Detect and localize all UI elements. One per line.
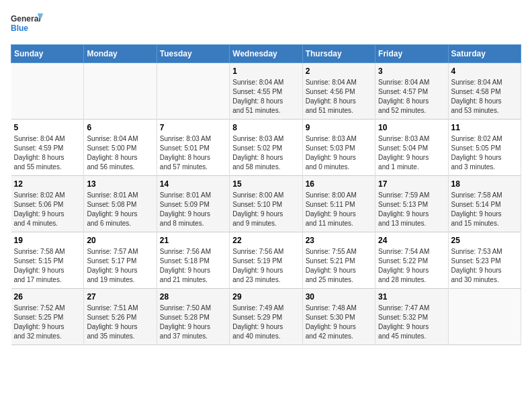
calendar-week-row: 1Sunrise: 8:04 AM Sunset: 4:55 PM Daylig… xyxy=(11,63,521,120)
empty-day-cell xyxy=(448,289,521,345)
calendar-day-17: 17Sunrise: 7:59 AM Sunset: 5:13 PM Dayli… xyxy=(375,176,448,232)
day-info: Sunrise: 8:04 AM Sunset: 4:59 PM Dayligh… xyxy=(14,134,81,172)
calendar-day-11: 11Sunrise: 8:02 AM Sunset: 5:05 PM Dayli… xyxy=(448,120,521,176)
calendar-table: SundayMondayTuesdayWednesdayThursdayFrid… xyxy=(11,44,521,345)
day-info: Sunrise: 8:00 AM Sunset: 5:11 PM Dayligh… xyxy=(306,191,372,228)
day-info: Sunrise: 8:03 AM Sunset: 5:04 PM Dayligh… xyxy=(378,134,445,172)
day-info: Sunrise: 8:03 AM Sunset: 5:01 PM Dayligh… xyxy=(160,134,226,172)
calendar-day-9: 9Sunrise: 8:03 AM Sunset: 5:03 PM Daylig… xyxy=(302,120,375,176)
calendar-day-3: 3Sunrise: 8:04 AM Sunset: 4:57 PM Daylig… xyxy=(375,63,448,120)
calendar-day-4: 4Sunrise: 8:04 AM Sunset: 4:58 PM Daylig… xyxy=(448,63,521,120)
calendar-day-13: 13Sunrise: 8:01 AM Sunset: 5:08 PM Dayli… xyxy=(84,176,157,232)
day-number: 9 xyxy=(306,123,372,132)
day-info: Sunrise: 8:04 AM Sunset: 4:58 PM Dayligh… xyxy=(451,78,518,116)
calendar-day-8: 8Sunrise: 8:03 AM Sunset: 5:02 PM Daylig… xyxy=(230,120,302,176)
day-number: 1 xyxy=(232,66,299,76)
day-number: 5 xyxy=(14,123,81,132)
day-info: Sunrise: 8:04 AM Sunset: 5:00 PM Dayligh… xyxy=(87,134,153,172)
day-info: Sunrise: 8:01 AM Sunset: 5:08 PM Dayligh… xyxy=(87,191,153,228)
calendar-day-22: 22Sunrise: 7:56 AM Sunset: 5:19 PM Dayli… xyxy=(230,232,302,289)
empty-day-cell xyxy=(157,63,229,120)
day-number: 11 xyxy=(451,123,518,132)
day-number: 12 xyxy=(14,179,81,189)
day-number: 17 xyxy=(378,179,445,189)
empty-day-cell xyxy=(11,63,84,120)
day-number: 30 xyxy=(306,292,372,302)
calendar-day-27: 27Sunrise: 7:51 AM Sunset: 5:26 PM Dayli… xyxy=(84,289,157,345)
calendar-day-29: 29Sunrise: 7:49 AM Sunset: 5:29 PM Dayli… xyxy=(230,289,302,345)
day-number: 10 xyxy=(378,123,445,132)
day-info: Sunrise: 8:02 AM Sunset: 5:06 PM Dayligh… xyxy=(14,191,81,228)
day-info: Sunrise: 7:57 AM Sunset: 5:17 PM Dayligh… xyxy=(87,247,153,285)
day-number: 13 xyxy=(87,179,153,189)
empty-day-cell xyxy=(84,63,157,120)
day-info: Sunrise: 7:47 AM Sunset: 5:32 PM Dayligh… xyxy=(378,304,445,341)
calendar-day-26: 26Sunrise: 7:52 AM Sunset: 5:25 PM Dayli… xyxy=(11,289,84,345)
calendar-day-10: 10Sunrise: 8:03 AM Sunset: 5:04 PM Dayli… xyxy=(375,120,448,176)
day-number: 31 xyxy=(378,292,445,302)
day-number: 7 xyxy=(160,123,226,132)
day-info: Sunrise: 7:54 AM Sunset: 5:22 PM Dayligh… xyxy=(378,247,445,285)
day-number: 6 xyxy=(87,123,153,132)
day-info: Sunrise: 7:48 AM Sunset: 5:30 PM Dayligh… xyxy=(306,304,372,341)
day-info: Sunrise: 7:53 AM Sunset: 5:23 PM Dayligh… xyxy=(451,247,518,285)
svg-text:Blue: Blue xyxy=(11,24,28,33)
day-info: Sunrise: 7:50 AM Sunset: 5:28 PM Dayligh… xyxy=(160,304,226,341)
day-info: Sunrise: 8:03 AM Sunset: 5:02 PM Dayligh… xyxy=(232,134,299,172)
calendar-day-20: 20Sunrise: 7:57 AM Sunset: 5:17 PM Dayli… xyxy=(84,232,157,289)
day-number: 14 xyxy=(160,179,226,189)
weekday-header-friday: Friday xyxy=(375,45,448,63)
day-info: Sunrise: 7:52 AM Sunset: 5:25 PM Dayligh… xyxy=(14,304,81,341)
day-info: Sunrise: 8:04 AM Sunset: 4:56 PM Dayligh… xyxy=(306,78,372,116)
day-number: 26 xyxy=(14,292,81,302)
calendar-day-24: 24Sunrise: 7:54 AM Sunset: 5:22 PM Dayli… xyxy=(375,232,448,289)
page-header: General Blue xyxy=(11,11,521,38)
day-number: 29 xyxy=(232,292,299,302)
day-info: Sunrise: 7:59 AM Sunset: 5:13 PM Dayligh… xyxy=(378,191,445,228)
calendar-day-5: 5Sunrise: 8:04 AM Sunset: 4:59 PM Daylig… xyxy=(11,120,84,176)
day-number: 21 xyxy=(160,236,226,245)
weekday-header-row: SundayMondayTuesdayWednesdayThursdayFrid… xyxy=(11,45,521,63)
calendar-day-23: 23Sunrise: 7:55 AM Sunset: 5:21 PM Dayli… xyxy=(302,232,375,289)
svg-text:General: General xyxy=(11,14,41,24)
calendar-day-12: 12Sunrise: 8:02 AM Sunset: 5:06 PM Dayli… xyxy=(11,176,84,232)
weekday-header-tuesday: Tuesday xyxy=(157,45,229,63)
logo: General Blue xyxy=(11,11,44,38)
day-number: 28 xyxy=(160,292,226,302)
calendar-week-row: 5Sunrise: 8:04 AM Sunset: 4:59 PM Daylig… xyxy=(11,120,521,176)
day-info: Sunrise: 7:56 AM Sunset: 5:18 PM Dayligh… xyxy=(160,247,226,285)
calendar-day-14: 14Sunrise: 8:01 AM Sunset: 5:09 PM Dayli… xyxy=(157,176,229,232)
day-number: 2 xyxy=(306,66,372,76)
day-info: Sunrise: 7:51 AM Sunset: 5:26 PM Dayligh… xyxy=(87,304,153,341)
calendar-day-30: 30Sunrise: 7:48 AM Sunset: 5:30 PM Dayli… xyxy=(302,289,375,345)
calendar-day-2: 2Sunrise: 8:04 AM Sunset: 4:56 PM Daylig… xyxy=(302,63,375,120)
calendar-week-row: 26Sunrise: 7:52 AM Sunset: 5:25 PM Dayli… xyxy=(11,289,521,345)
weekday-header-wednesday: Wednesday xyxy=(230,45,302,63)
calendar-day-18: 18Sunrise: 7:58 AM Sunset: 5:14 PM Dayli… xyxy=(448,176,521,232)
day-info: Sunrise: 7:56 AM Sunset: 5:19 PM Dayligh… xyxy=(232,247,299,285)
day-number: 8 xyxy=(232,123,299,132)
calendar-week-row: 12Sunrise: 8:02 AM Sunset: 5:06 PM Dayli… xyxy=(11,176,521,232)
day-info: Sunrise: 8:02 AM Sunset: 5:05 PM Dayligh… xyxy=(451,134,518,172)
day-number: 4 xyxy=(451,66,518,76)
calendar-week-row: 19Sunrise: 7:58 AM Sunset: 5:15 PM Dayli… xyxy=(11,232,521,289)
day-info: Sunrise: 8:01 AM Sunset: 5:09 PM Dayligh… xyxy=(160,191,226,228)
day-number: 24 xyxy=(378,236,445,245)
day-info: Sunrise: 7:58 AM Sunset: 5:14 PM Dayligh… xyxy=(451,191,518,228)
weekday-header-saturday: Saturday xyxy=(448,45,521,63)
day-info: Sunrise: 8:04 AM Sunset: 4:55 PM Dayligh… xyxy=(232,78,299,116)
day-number: 27 xyxy=(87,292,153,302)
weekday-header-thursday: Thursday xyxy=(302,45,375,63)
day-info: Sunrise: 7:49 AM Sunset: 5:29 PM Dayligh… xyxy=(232,304,299,341)
day-number: 16 xyxy=(306,179,372,189)
calendar-day-16: 16Sunrise: 8:00 AM Sunset: 5:11 PM Dayli… xyxy=(302,176,375,232)
day-info: Sunrise: 8:04 AM Sunset: 4:57 PM Dayligh… xyxy=(378,78,445,116)
day-info: Sunrise: 7:58 AM Sunset: 5:15 PM Dayligh… xyxy=(14,247,81,285)
calendar-day-28: 28Sunrise: 7:50 AM Sunset: 5:28 PM Dayli… xyxy=(157,289,229,345)
weekday-header-monday: Monday xyxy=(84,45,157,63)
day-number: 15 xyxy=(232,179,299,189)
calendar-day-1: 1Sunrise: 8:04 AM Sunset: 4:55 PM Daylig… xyxy=(230,63,302,120)
day-number: 23 xyxy=(306,236,372,245)
calendar-day-6: 6Sunrise: 8:04 AM Sunset: 5:00 PM Daylig… xyxy=(84,120,157,176)
day-number: 3 xyxy=(378,66,445,76)
